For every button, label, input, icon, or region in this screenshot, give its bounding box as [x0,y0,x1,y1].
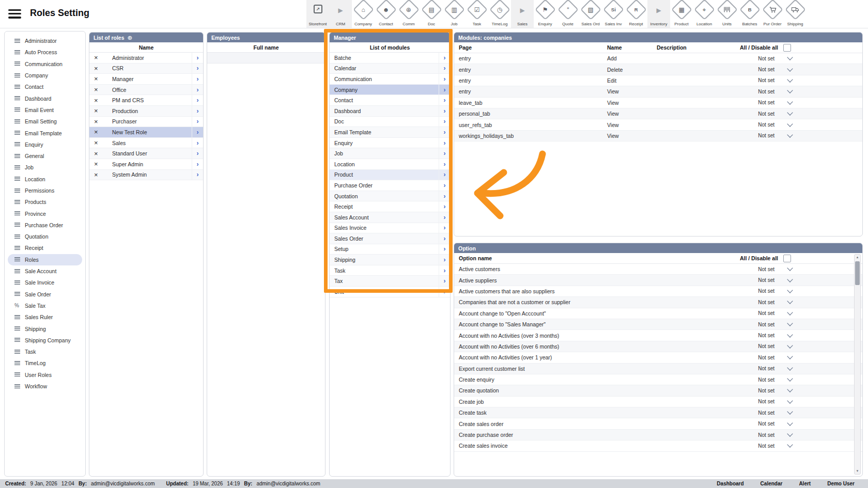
statusbar-link-alert[interactable]: Alert [791,481,819,486]
toolbar-item-sales-inv[interactable]: SiSales Inv [602,0,625,28]
chevron-right-icon[interactable]: › [444,86,446,93]
sidebar-item-sale-order[interactable]: Sale Order [8,289,82,300]
module-row-calendar[interactable]: Calendar› [330,64,450,74]
module-row-dashboard[interactable]: Dashboard› [330,106,450,117]
sidebar-item-timelog[interactable]: TimeLog [8,357,82,369]
module-row-doc[interactable]: Doc› [330,117,450,128]
option-row-account-change-to-sales-manager[interactable]: Account change to "Sales Manager"Not set [454,319,862,330]
role-row-standard-user[interactable]: ×Standard User› [89,148,203,159]
delete-role-icon[interactable]: × [89,86,107,93]
toolbar-item-sales[interactable]: ▶Sales [511,0,534,28]
toolbar-item-inventory[interactable]: ▶Inventory [647,0,670,28]
permission-dropdown[interactable]: Not set [758,377,792,383]
delete-role-icon[interactable]: × [89,75,107,83]
permission-dropdown[interactable]: Not set [758,288,792,294]
option-row-create-purchase-order[interactable]: Create purchase orderNot set [454,430,862,440]
module-row-enquiry[interactable]: Enquiry› [330,138,450,149]
toolbar-item-task[interactable]: ☑Task [466,0,488,28]
chevron-down-icon[interactable] [787,365,793,370]
option-row-active-customers[interactable]: Active customersNot set [454,264,862,275]
module-row-product[interactable]: Product› [330,170,450,181]
scroll-up-icon[interactable]: ▲ [856,255,859,260]
chevron-right-icon[interactable]: › [444,118,446,125]
option-row-create-quotation[interactable]: Create quotationNot set [454,385,862,396]
toolbar-item-comm[interactable]: ⊕Comm [397,0,420,28]
option-all-checkbox[interactable] [783,255,791,262]
chevron-down-icon[interactable] [787,88,793,93]
sidebar-item-sale-account[interactable]: Sale Account [8,265,82,277]
option-row-active-customers-that-are-also-suppliers[interactable]: Active customers that are also suppliers… [454,286,862,297]
toolbar-item-quote[interactable]: “Quote [556,0,579,28]
sidebar-item-shipping-company[interactable]: Shipping Company [8,335,82,346]
sidebar-item-email-template[interactable]: Email Template [8,127,82,138]
permission-dropdown[interactable]: Not set [758,322,792,327]
chevron-right-icon[interactable]: › [197,54,199,61]
permission-dropdown[interactable]: Not set [758,355,792,360]
chevron-right-icon[interactable]: › [197,139,199,147]
chevron-right-icon[interactable]: › [444,245,446,253]
toolbar-item-contact[interactable]: ☻Contact [375,0,397,28]
option-row-create-task[interactable]: Create taskNot set [454,407,862,418]
chevron-right-icon[interactable]: › [197,129,199,136]
delete-role-icon[interactable]: × [89,139,107,147]
role-row-production[interactable]: ×Production› [89,106,203,117]
sidebar-item-purchase-order[interactable]: Purchase Order [8,219,82,231]
scroll-down-icon[interactable]: ▼ [856,468,859,474]
role-row-csr[interactable]: ×CSR› [89,64,203,74]
option-row-active-suppliers[interactable]: Active suppliersNot set [454,275,862,286]
permission-dropdown[interactable]: Not set [758,388,792,393]
chevron-right-icon[interactable]: › [444,107,446,115]
module-row-tax[interactable]: Tax› [330,276,450,287]
chevron-down-icon[interactable] [787,398,793,403]
role-row-super-admin[interactable]: ×Super Admin› [89,159,203,170]
option-row-export-current-customer-list[interactable]: Export current customer listNot set [454,364,862,374]
chevron-right-icon[interactable]: › [444,224,446,231]
chevron-right-icon[interactable]: › [197,107,199,115]
page-row-entry-add[interactable]: entryAddNot set [454,53,862,64]
permission-dropdown[interactable]: Not set [758,100,792,105]
sidebar-item-general[interactable]: General [8,150,82,162]
chevron-right-icon[interactable]: › [444,214,446,221]
chevron-down-icon[interactable] [787,387,793,392]
chevron-down-icon[interactable] [787,309,793,315]
module-row-unit[interactable]: Unit› [330,287,450,297]
sidebar-item-sales-ruler[interactable]: Sales Ruler [8,311,82,323]
chevron-down-icon[interactable] [787,442,793,448]
permission-dropdown[interactable]: Not set [758,122,792,128]
permission-dropdown[interactable]: Not set [758,56,792,61]
permission-dropdown[interactable]: Not set [758,266,792,272]
chevron-down-icon[interactable] [787,431,793,436]
permission-dropdown[interactable]: Not set [758,443,792,449]
delete-role-icon[interactable]: × [89,150,107,158]
delete-role-icon[interactable]: × [89,171,107,179]
sidebar-item-email-event[interactable]: Email Event [8,104,82,116]
permission-dropdown[interactable]: Not set [758,310,792,316]
pages-all-checkbox[interactable] [783,44,791,52]
role-row-sales[interactable]: ×Sales› [89,138,203,149]
role-row-new-test-role[interactable]: ×New Test Role› [89,127,203,138]
role-row-system-admin[interactable]: ×System Admin› [89,170,203,181]
permission-dropdown[interactable]: Not set [758,421,792,427]
page-row-entry-view[interactable]: entryViewNot set [454,86,862,97]
statusbar-link-dashboard[interactable]: Dashboard [708,481,752,486]
option-row-account-with-no-activities-over-6-months[interactable]: Account with no Activities (over 6 month… [454,341,862,352]
chevron-right-icon[interactable]: › [444,65,446,72]
sidebar-item-products[interactable]: Products [8,196,82,208]
chevron-down-icon[interactable] [787,132,793,137]
option-row-account-change-to-open-acccount[interactable]: Account change to "Open Acccount"Not set [454,308,862,319]
permission-dropdown[interactable]: Not set [758,432,792,438]
delete-role-icon[interactable]: × [89,65,107,72]
page-row-leave-tab-view[interactable]: leave_tabViewNot set [454,98,862,108]
page-row-personal-tab-view[interactable]: personal_tabViewNot set [454,108,862,119]
option-row-create-job[interactable]: Create jobNot set [454,397,862,407]
chevron-right-icon[interactable]: › [444,288,446,295]
toolbar-item-enquiry[interactable]: ⚑Enquiry [534,0,556,28]
module-row-sales-account[interactable]: Sales Account› [330,212,450,223]
toolbar-item-location[interactable]: ⌖Location [693,0,716,28]
delete-role-icon[interactable]: × [89,160,107,168]
add-role-icon[interactable]: ⊕ [128,34,133,41]
sidebar-item-sale-invoice[interactable]: Sale Invoice [8,277,82,288]
chevron-right-icon[interactable]: › [197,65,199,72]
chevron-right-icon[interactable]: › [197,161,199,168]
delete-role-icon[interactable]: × [89,54,107,61]
